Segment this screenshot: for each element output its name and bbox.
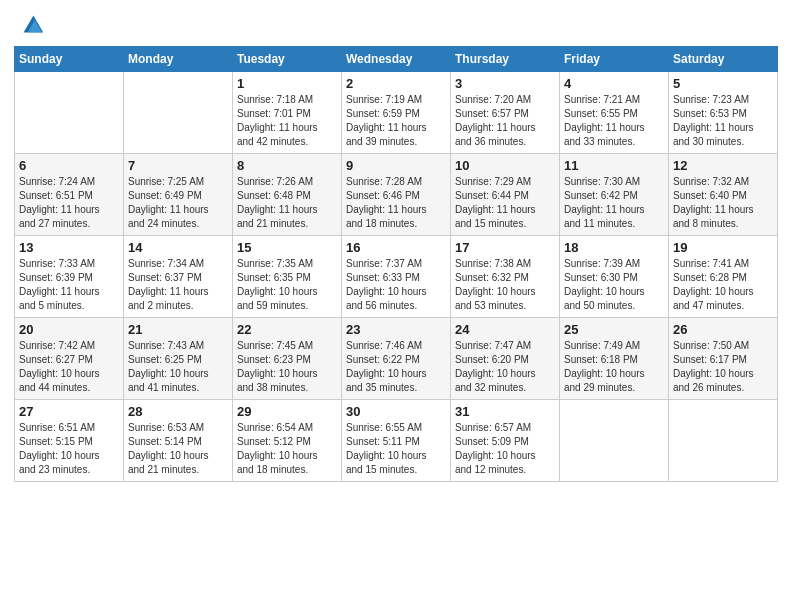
calendar-week-row: 6Sunrise: 7:24 AM Sunset: 6:51 PM Daylig… bbox=[15, 154, 778, 236]
calendar-cell: 3Sunrise: 7:20 AM Sunset: 6:57 PM Daylig… bbox=[451, 72, 560, 154]
day-info: Sunrise: 7:28 AM Sunset: 6:46 PM Dayligh… bbox=[346, 175, 446, 231]
day-number: 4 bbox=[564, 76, 664, 91]
calendar-cell: 21Sunrise: 7:43 AM Sunset: 6:25 PM Dayli… bbox=[124, 318, 233, 400]
day-number: 9 bbox=[346, 158, 446, 173]
calendar-cell: 19Sunrise: 7:41 AM Sunset: 6:28 PM Dayli… bbox=[669, 236, 778, 318]
day-number: 24 bbox=[455, 322, 555, 337]
day-info: Sunrise: 7:46 AM Sunset: 6:22 PM Dayligh… bbox=[346, 339, 446, 395]
calendar-cell: 27Sunrise: 6:51 AM Sunset: 5:15 PM Dayli… bbox=[15, 400, 124, 482]
day-number: 11 bbox=[564, 158, 664, 173]
day-number: 12 bbox=[673, 158, 773, 173]
day-info: Sunrise: 7:50 AM Sunset: 6:17 PM Dayligh… bbox=[673, 339, 773, 395]
calendar-cell: 7Sunrise: 7:25 AM Sunset: 6:49 PM Daylig… bbox=[124, 154, 233, 236]
day-number: 13 bbox=[19, 240, 119, 255]
calendar-cell: 14Sunrise: 7:34 AM Sunset: 6:37 PM Dayli… bbox=[124, 236, 233, 318]
day-number: 7 bbox=[128, 158, 228, 173]
day-number: 23 bbox=[346, 322, 446, 337]
day-number: 17 bbox=[455, 240, 555, 255]
day-info: Sunrise: 7:49 AM Sunset: 6:18 PM Dayligh… bbox=[564, 339, 664, 395]
calendar-cell: 17Sunrise: 7:38 AM Sunset: 6:32 PM Dayli… bbox=[451, 236, 560, 318]
day-info: Sunrise: 7:42 AM Sunset: 6:27 PM Dayligh… bbox=[19, 339, 119, 395]
day-info: Sunrise: 7:32 AM Sunset: 6:40 PM Dayligh… bbox=[673, 175, 773, 231]
day-info: Sunrise: 6:54 AM Sunset: 5:12 PM Dayligh… bbox=[237, 421, 337, 477]
calendar-cell: 2Sunrise: 7:19 AM Sunset: 6:59 PM Daylig… bbox=[342, 72, 451, 154]
day-info: Sunrise: 7:29 AM Sunset: 6:44 PM Dayligh… bbox=[455, 175, 555, 231]
day-info: Sunrise: 6:51 AM Sunset: 5:15 PM Dayligh… bbox=[19, 421, 119, 477]
day-info: Sunrise: 7:19 AM Sunset: 6:59 PM Dayligh… bbox=[346, 93, 446, 149]
calendar-cell: 4Sunrise: 7:21 AM Sunset: 6:55 PM Daylig… bbox=[560, 72, 669, 154]
weekday-header: Tuesday bbox=[233, 47, 342, 72]
day-number: 19 bbox=[673, 240, 773, 255]
calendar-cell: 22Sunrise: 7:45 AM Sunset: 6:23 PM Dayli… bbox=[233, 318, 342, 400]
day-number: 26 bbox=[673, 322, 773, 337]
calendar-cell: 9Sunrise: 7:28 AM Sunset: 6:46 PM Daylig… bbox=[342, 154, 451, 236]
calendar-cell: 5Sunrise: 7:23 AM Sunset: 6:53 PM Daylig… bbox=[669, 72, 778, 154]
day-info: Sunrise: 7:23 AM Sunset: 6:53 PM Dayligh… bbox=[673, 93, 773, 149]
calendar-cell: 28Sunrise: 6:53 AM Sunset: 5:14 PM Dayli… bbox=[124, 400, 233, 482]
weekday-header: Saturday bbox=[669, 47, 778, 72]
calendar-week-row: 27Sunrise: 6:51 AM Sunset: 5:15 PM Dayli… bbox=[15, 400, 778, 482]
weekday-header: Friday bbox=[560, 47, 669, 72]
day-number: 1 bbox=[237, 76, 337, 91]
calendar-cell: 29Sunrise: 6:54 AM Sunset: 5:12 PM Dayli… bbox=[233, 400, 342, 482]
weekday-header: Monday bbox=[124, 47, 233, 72]
day-number: 25 bbox=[564, 322, 664, 337]
day-info: Sunrise: 7:30 AM Sunset: 6:42 PM Dayligh… bbox=[564, 175, 664, 231]
day-number: 28 bbox=[128, 404, 228, 419]
calendar-cell: 11Sunrise: 7:30 AM Sunset: 6:42 PM Dayli… bbox=[560, 154, 669, 236]
day-number: 6 bbox=[19, 158, 119, 173]
calendar-cell: 10Sunrise: 7:29 AM Sunset: 6:44 PM Dayli… bbox=[451, 154, 560, 236]
weekday-header: Wednesday bbox=[342, 47, 451, 72]
day-info: Sunrise: 7:37 AM Sunset: 6:33 PM Dayligh… bbox=[346, 257, 446, 313]
calendar-header-row: SundayMondayTuesdayWednesdayThursdayFrid… bbox=[15, 47, 778, 72]
day-info: Sunrise: 7:35 AM Sunset: 6:35 PM Dayligh… bbox=[237, 257, 337, 313]
day-info: Sunrise: 7:34 AM Sunset: 6:37 PM Dayligh… bbox=[128, 257, 228, 313]
day-number: 8 bbox=[237, 158, 337, 173]
calendar-cell: 1Sunrise: 7:18 AM Sunset: 7:01 PM Daylig… bbox=[233, 72, 342, 154]
page: SundayMondayTuesdayWednesdayThursdayFrid… bbox=[0, 0, 792, 492]
day-info: Sunrise: 6:55 AM Sunset: 5:11 PM Dayligh… bbox=[346, 421, 446, 477]
day-info: Sunrise: 7:43 AM Sunset: 6:25 PM Dayligh… bbox=[128, 339, 228, 395]
day-info: Sunrise: 6:57 AM Sunset: 5:09 PM Dayligh… bbox=[455, 421, 555, 477]
calendar-cell: 25Sunrise: 7:49 AM Sunset: 6:18 PM Dayli… bbox=[560, 318, 669, 400]
calendar-cell bbox=[669, 400, 778, 482]
weekday-header: Thursday bbox=[451, 47, 560, 72]
day-info: Sunrise: 7:20 AM Sunset: 6:57 PM Dayligh… bbox=[455, 93, 555, 149]
day-info: Sunrise: 7:33 AM Sunset: 6:39 PM Dayligh… bbox=[19, 257, 119, 313]
calendar-cell: 8Sunrise: 7:26 AM Sunset: 6:48 PM Daylig… bbox=[233, 154, 342, 236]
day-number: 22 bbox=[237, 322, 337, 337]
day-info: Sunrise: 7:47 AM Sunset: 6:20 PM Dayligh… bbox=[455, 339, 555, 395]
day-info: Sunrise: 7:21 AM Sunset: 6:55 PM Dayligh… bbox=[564, 93, 664, 149]
header bbox=[14, 10, 778, 38]
day-info: Sunrise: 7:26 AM Sunset: 6:48 PM Dayligh… bbox=[237, 175, 337, 231]
calendar: SundayMondayTuesdayWednesdayThursdayFrid… bbox=[14, 46, 778, 482]
day-info: Sunrise: 6:53 AM Sunset: 5:14 PM Dayligh… bbox=[128, 421, 228, 477]
calendar-cell: 20Sunrise: 7:42 AM Sunset: 6:27 PM Dayli… bbox=[15, 318, 124, 400]
calendar-cell: 13Sunrise: 7:33 AM Sunset: 6:39 PM Dayli… bbox=[15, 236, 124, 318]
day-number: 5 bbox=[673, 76, 773, 91]
day-number: 29 bbox=[237, 404, 337, 419]
day-number: 31 bbox=[455, 404, 555, 419]
day-number: 18 bbox=[564, 240, 664, 255]
day-number: 2 bbox=[346, 76, 446, 91]
day-number: 15 bbox=[237, 240, 337, 255]
calendar-cell: 15Sunrise: 7:35 AM Sunset: 6:35 PM Dayli… bbox=[233, 236, 342, 318]
day-number: 3 bbox=[455, 76, 555, 91]
day-number: 21 bbox=[128, 322, 228, 337]
calendar-cell: 18Sunrise: 7:39 AM Sunset: 6:30 PM Dayli… bbox=[560, 236, 669, 318]
calendar-cell: 23Sunrise: 7:46 AM Sunset: 6:22 PM Dayli… bbox=[342, 318, 451, 400]
calendar-week-row: 20Sunrise: 7:42 AM Sunset: 6:27 PM Dayli… bbox=[15, 318, 778, 400]
calendar-cell: 26Sunrise: 7:50 AM Sunset: 6:17 PM Dayli… bbox=[669, 318, 778, 400]
day-number: 10 bbox=[455, 158, 555, 173]
calendar-cell: 6Sunrise: 7:24 AM Sunset: 6:51 PM Daylig… bbox=[15, 154, 124, 236]
calendar-cell: 30Sunrise: 6:55 AM Sunset: 5:11 PM Dayli… bbox=[342, 400, 451, 482]
calendar-cell: 31Sunrise: 6:57 AM Sunset: 5:09 PM Dayli… bbox=[451, 400, 560, 482]
logo bbox=[14, 10, 46, 38]
day-number: 27 bbox=[19, 404, 119, 419]
calendar-cell bbox=[124, 72, 233, 154]
calendar-cell: 24Sunrise: 7:47 AM Sunset: 6:20 PM Dayli… bbox=[451, 318, 560, 400]
calendar-cell: 12Sunrise: 7:32 AM Sunset: 6:40 PM Dayli… bbox=[669, 154, 778, 236]
calendar-cell: 16Sunrise: 7:37 AM Sunset: 6:33 PM Dayli… bbox=[342, 236, 451, 318]
day-info: Sunrise: 7:18 AM Sunset: 7:01 PM Dayligh… bbox=[237, 93, 337, 149]
logo-icon bbox=[18, 10, 46, 38]
